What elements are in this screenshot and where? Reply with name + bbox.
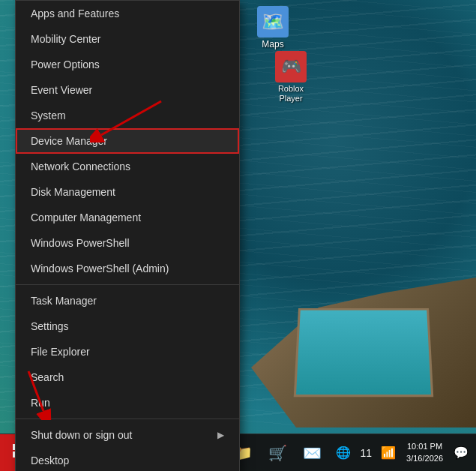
menu-item-network[interactable]: Network Connections: [16, 154, 239, 179]
menu-item-mobility[interactable]: Mobility Center: [16, 26, 239, 52]
menu-item-power[interactable]: Power Options: [16, 52, 239, 77]
tray-wifi-icon[interactable]: 📶: [378, 444, 399, 461]
menu-divider-1: [16, 284, 239, 285]
menu-item-shutdown[interactable]: Shut down or sign out ▶: [16, 422, 239, 448]
shutdown-arrow-icon: ▶: [217, 430, 224, 440]
menu-item-desktop[interactable]: Desktop: [16, 448, 239, 471]
desktop: 🗺️ Maps 🎮 RobloxPlayer 📘 Lea... 📁 Pro...…: [0, 0, 476, 471]
system-tray: 🌐 11 📶 10:01 PM 3/16/2026 💬: [328, 441, 476, 464]
mail-icon: ✉️: [303, 444, 322, 462]
taskbar-icon-mail[interactable]: ✉️: [295, 436, 328, 470]
tray-volume-icon[interactable]: 11: [357, 446, 375, 460]
clock-date: 3/16/2026: [406, 453, 443, 464]
menu-item-file-explorer[interactable]: File Explorer: [16, 339, 239, 364]
context-menu: Apps and Features Mobility Center Power …: [15, 0, 240, 471]
menu-item-device-manager[interactable]: Device Manager: [16, 128, 239, 154]
desktop-icon-roblox[interactable]: 🎮 RobloxPlayer: [275, 51, 307, 104]
menu-item-powershell[interactable]: Windows PowerShell: [16, 230, 239, 256]
store-icon: 🛒: [268, 444, 287, 462]
menu-item-computer-mgmt[interactable]: Computer Management: [16, 205, 239, 230]
system-clock[interactable]: 10:01 PM 3/16/2026: [402, 441, 448, 464]
menu-divider-2: [16, 418, 239, 419]
menu-item-powershell-admin[interactable]: Windows PowerShell (Admin): [16, 256, 239, 281]
menu-item-apps[interactable]: Apps and Features: [16, 1, 239, 26]
menu-item-system[interactable]: System: [16, 103, 239, 128]
maps-icon: 🗺️: [257, 6, 289, 38]
menu-item-event-viewer[interactable]: Event Viewer: [16, 77, 239, 103]
roblox-icon: 🎮: [275, 51, 307, 82]
menu-item-run[interactable]: Run: [16, 390, 239, 416]
taskbar-icon-store[interactable]: 🛒: [261, 436, 294, 470]
menu-item-search[interactable]: Search: [16, 364, 239, 390]
tray-notifications[interactable]: 💬: [451, 444, 472, 461]
clock-time: 10:01 PM: [407, 441, 442, 452]
menu-item-task-manager[interactable]: Task Manager: [16, 288, 239, 314]
tray-notification-icon[interactable]: 🌐: [333, 444, 354, 461]
desktop-icon-maps[interactable]: 🗺️ Maps: [257, 6, 289, 50]
pool-decoration: [294, 308, 433, 397]
maps-label: Maps: [262, 39, 283, 50]
menu-item-settings[interactable]: Settings: [16, 314, 239, 339]
roblox-label: RobloxPlayer: [278, 84, 304, 104]
menu-item-disk[interactable]: Disk Management: [16, 179, 239, 205]
